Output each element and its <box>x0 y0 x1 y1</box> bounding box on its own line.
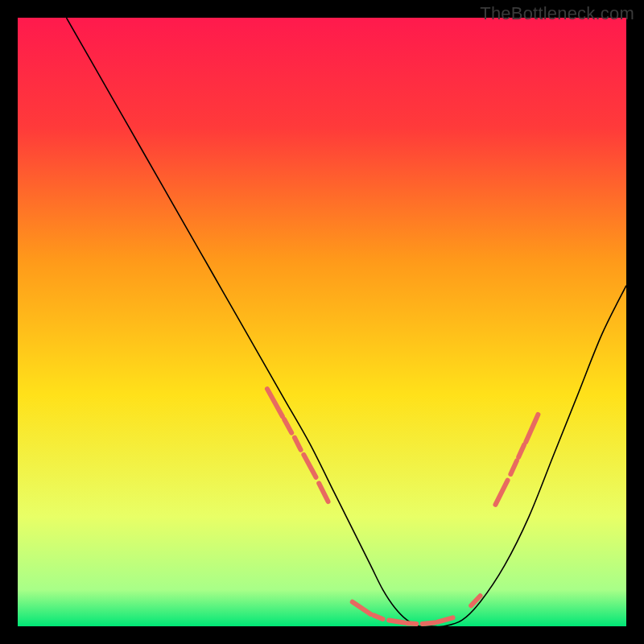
chart-svg <box>18 18 626 626</box>
congested-segment <box>423 622 435 624</box>
bottleneck-chart <box>18 18 626 626</box>
watermark-text: TheBottleneck.com <box>480 3 634 24</box>
congested-segment <box>407 623 416 624</box>
congested-segment <box>374 615 382 619</box>
chart-background <box>18 18 626 626</box>
congested-segment <box>389 620 404 622</box>
